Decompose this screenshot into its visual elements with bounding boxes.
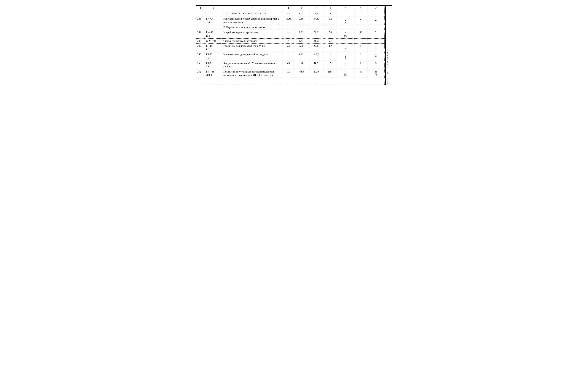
row-code: CI2I-I794 <box>205 38 222 43</box>
row-col5: I,23 <box>294 30 309 38</box>
col-header-9: 9 <box>354 6 367 11</box>
fraction-col10: 3 I <box>375 62 376 68</box>
col-header-5: 5 <box>294 6 309 11</box>
row-id: 252 <box>196 69 205 78</box>
row-id <box>196 25 205 30</box>
row-desc: Установка закладных деталей весом до 4 к… <box>222 52 283 61</box>
row-col10: 2 I <box>367 30 384 38</box>
row-col9: – <box>354 38 367 43</box>
row-col8: – 95 <box>337 30 354 38</box>
fraction-col8: – I <box>345 53 346 60</box>
row-col9: I <box>354 52 367 61</box>
row-code <box>205 25 222 30</box>
table-row: 250 E6-83 9-7 Установка закладных детале… <box>196 52 385 61</box>
row-col10: 35 I0 <box>367 69 384 78</box>
row-col10: – <box>367 38 384 43</box>
code-line1: EI4-32 <box>206 31 213 34</box>
row-unit: м3 <box>283 43 294 52</box>
table-row: 246 E7-704 5I-4 Конопатка швов в местах … <box>196 16 385 25</box>
row-col6: 77,70 <box>309 30 324 38</box>
row-code: EI5-768 203-9 <box>205 69 222 78</box>
row-col6: 37,30 <box>309 16 324 25</box>
code-line2: 203-9 <box>206 74 212 76</box>
fraction-col8: – II <box>345 62 346 68</box>
fraction-col10: – – <box>375 45 376 51</box>
fraction-col8: – 95 <box>344 31 347 38</box>
row-col8: – I04 <box>337 69 354 78</box>
row-col8 <box>337 25 354 30</box>
row-desc: Поэлементная установка в каркасы перегор… <box>222 69 283 78</box>
row-col7: I29 <box>324 61 337 69</box>
fraction-col8: – 5 <box>345 45 346 51</box>
row-desc: Кладка цоколя толщиной I20 мм из керамич… <box>222 61 283 69</box>
table-row: 252 EI5-768 203-9 Поэлементная установка… <box>196 69 385 78</box>
row-col6: I0,I0 <box>309 69 324 78</box>
row-col7: I697 <box>324 69 337 78</box>
row-unit: т <box>283 52 294 61</box>
code-line1: CI2I-I794 <box>206 40 216 42</box>
fraction-col8: – I04 <box>344 70 347 77</box>
row-id: 246 <box>196 16 205 25</box>
side-panel: Т.П. 805-5-5.88 А-7 - 5I - 9/4/16 <box>385 5 392 85</box>
col-header-3: 3 <box>222 6 283 11</box>
col-header-6: 6 <box>309 6 324 11</box>
row-id: 248 <box>196 38 205 43</box>
pre-col10: – <box>367 11 384 16</box>
pre-col6: 75,30 <box>309 11 324 16</box>
row-code: EI4-32 I5-I <box>205 30 222 38</box>
row-code: E6-83 9-7 <box>205 52 222 61</box>
row-id: 247 <box>196 30 205 38</box>
code-line1: E8-30 <box>206 62 212 65</box>
fraction-col10: 2 I <box>375 31 376 38</box>
pre-col2 <box>205 11 222 16</box>
row-col7: 82 <box>324 43 337 52</box>
code-line2: I5-I <box>206 34 210 37</box>
side-label-middle: - 5I - <box>386 69 391 77</box>
col-header-2: 2 <box>205 6 222 11</box>
row-unit: т <box>283 38 294 43</box>
header-row: I 2 3 4 5 6 7 8 9 IO <box>196 6 385 11</box>
row-col8: – II <box>337 61 354 69</box>
row-col10: 3 I <box>367 61 384 69</box>
row-unit <box>283 25 294 30</box>
row-id: 25I <box>196 61 205 69</box>
code-line2: 5-I <box>206 65 209 68</box>
pre-col5: 0,2I <box>294 11 309 16</box>
col-header-8: 8 <box>337 6 354 11</box>
col-header-10: IO <box>367 6 384 11</box>
row-desc: Стоимость каркаса перегородок <box>222 38 283 43</box>
row-col10: – – <box>367 16 384 25</box>
row-col6: 34,20 <box>309 61 324 69</box>
col-header-4: 4 <box>283 6 294 11</box>
row-col7: 525 <box>324 38 337 43</box>
row-col10: – – <box>367 52 384 61</box>
row-unit: I00м <box>283 16 294 25</box>
row-col5: I,28 <box>294 38 309 43</box>
row-desc: Утолщение под цоколь из бетона М-I00 <box>222 43 283 52</box>
code-line2: 5I-4 <box>206 21 210 24</box>
row-code: E8-30 5-I <box>205 61 222 69</box>
table-row: В. Перегородки из профильного стекла <box>196 25 385 30</box>
side-label-top: Т.П. 805-5-5.88 А-7 <box>386 6 391 69</box>
row-col9 <box>354 25 367 30</box>
row-id: 250 <box>196 52 205 61</box>
row-col9: 8 <box>354 61 367 69</box>
table-row: 247 EI4-32 I5-I Устройство каркаса перег… <box>196 30 385 38</box>
code-line1: E7-704 <box>206 17 213 20</box>
code-line2: 9-7 <box>206 57 209 59</box>
row-col5: 0,0I <box>294 52 309 61</box>
row-col7: 32 <box>324 16 337 25</box>
row-col8: – <box>337 38 354 43</box>
row-col7 <box>324 25 337 30</box>
row-col6 <box>309 25 324 30</box>
row-unit: м2 <box>283 69 294 78</box>
fraction-col8: – 2 <box>345 17 346 24</box>
pre-col1 <box>196 11 205 16</box>
row-code: E7-704 5I-4 <box>205 16 222 25</box>
pre-col4: м3 <box>283 11 294 16</box>
code-line1: E6-83 <box>206 53 212 56</box>
fraction-col10: – – <box>375 53 376 60</box>
page-wrapper: I 2 3 4 5 6 7 8 9 IO ГОСТ 22950-78, Т <box>196 5 392 85</box>
pre-row: ГОСТ 22950-78, ТУ 2I-РСФСР-27-87-76 м3 0… <box>196 11 385 16</box>
code-line1: EII-II <box>206 45 212 47</box>
